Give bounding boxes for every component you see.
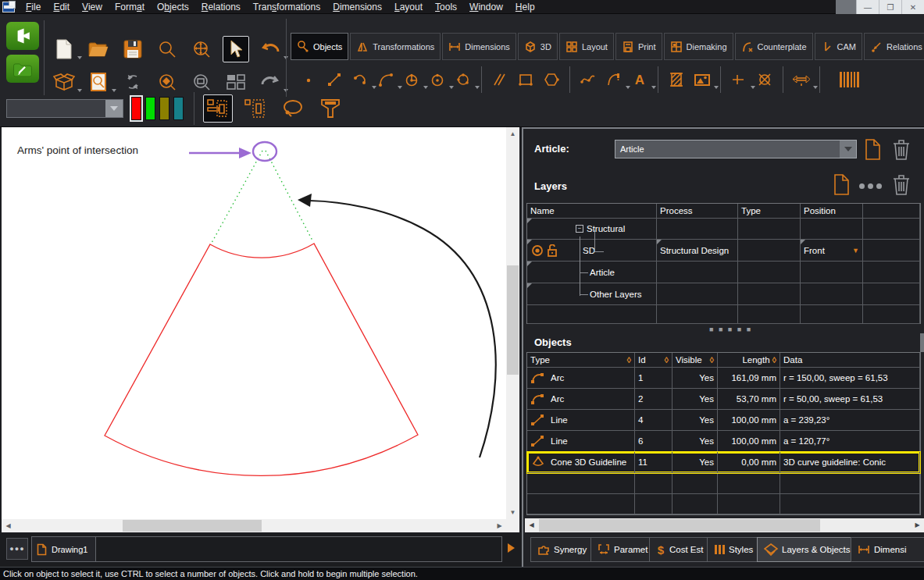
collapse-icon[interactable]: − <box>576 225 583 233</box>
position-dropdown-icon[interactable]: ▼ <box>852 247 859 254</box>
layers-col-name[interactable]: Name <box>527 204 657 219</box>
menu-view[interactable]: View <box>76 1 109 13</box>
tab-parametrics[interactable]: Paramet <box>590 537 655 562</box>
object-row-arc-1[interactable]: Arc 1 Yes 161,09 mm r = 150,00, sweep = … <box>527 368 920 389</box>
menu-edit[interactable]: Edit <box>47 1 76 13</box>
tab-cam[interactable]: CAM <box>815 33 862 60</box>
layers-col-process[interactable]: Process <box>657 204 738 219</box>
combo-dropdown-icon[interactable] <box>105 100 123 117</box>
tab-cost-estimate[interactable]: $Cost Est <box>649 537 710 562</box>
sort-icon[interactable]: ◊ <box>772 355 776 365</box>
menu-window[interactable]: Window <box>463 1 509 13</box>
menu-relations[interactable]: Relations <box>195 1 247 13</box>
select-window-mode-button[interactable] <box>241 94 270 123</box>
delete-article-button[interactable] <box>892 138 911 161</box>
menu-tools[interactable]: Tools <box>429 1 463 13</box>
menu-transformations[interactable]: Transformations <box>247 1 326 13</box>
swatch-olive[interactable] <box>159 97 169 120</box>
menu-file[interactable]: File <box>20 1 47 13</box>
tab-layout[interactable]: Layout <box>559 33 614 60</box>
panel-horizontal-scrollbar[interactable]: ◀ ▶ <box>525 518 924 532</box>
open-button[interactable] <box>85 36 112 62</box>
tab-styles[interactable]: Styles <box>707 537 760 562</box>
drawing-canvas[interactable]: Arms' point of intersection <box>2 127 506 519</box>
objects-col-type[interactable]: Type◊ <box>527 353 635 368</box>
tab-scroll-right-icon[interactable] <box>508 543 515 553</box>
menu-format[interactable]: Format <box>109 1 151 13</box>
article-select[interactable]: Article <box>615 140 857 158</box>
undo-button[interactable] <box>257 36 284 62</box>
find-button[interactable] <box>154 36 180 62</box>
save-button[interactable] <box>120 36 146 62</box>
swatch-teal[interactable] <box>173 97 184 120</box>
objects-col-visible[interactable]: Visible◊ <box>672 353 718 368</box>
horizontal-scroll-thumb[interactable] <box>123 520 262 532</box>
scroll-down-icon[interactable]: ▼ <box>506 506 519 519</box>
layers-more-button[interactable] <box>859 183 882 189</box>
lasso-select-button[interactable] <box>278 94 308 123</box>
swatch-green[interactable] <box>145 97 155 120</box>
tab-dimensions[interactable]: Dimensions <box>442 33 516 60</box>
tab-layers-objects[interactable]: Layers & Objects <box>757 537 858 562</box>
tab-counterplate[interactable]: Counterplate <box>735 33 813 60</box>
tab-dimensions-panel[interactable]: Dimensi <box>851 537 924 562</box>
object-row-arc-2[interactable]: Arc 2 Yes 53,70 mm r = 50,00, sweep = 61… <box>527 389 920 410</box>
select-tool-button[interactable] <box>223 36 249 62</box>
sort-icon[interactable]: ◊ <box>627 355 631 365</box>
tab-list-button[interactable]: ●●● <box>6 538 28 560</box>
swatch-red[interactable] <box>131 97 141 120</box>
new-document-button[interactable] <box>51 36 77 62</box>
tab-print[interactable]: Print <box>615 33 662 60</box>
panel-vertical-scroll-thumb[interactable] <box>920 333 924 352</box>
tab-3d[interactable]: 3D <box>518 33 558 60</box>
filter-button[interactable] <box>316 94 345 123</box>
sort-icon[interactable]: ◊ <box>665 355 669 365</box>
layer-row-structural[interactable]: −Structural <box>527 219 920 240</box>
scroll-right-icon[interactable]: ▶ <box>493 519 506 532</box>
menu-objects[interactable]: Objects <box>151 1 195 13</box>
layer-row-sd[interactable]: SD Structural Design Front▼ <box>527 240 920 262</box>
minimize-button[interactable]: — <box>856 0 879 14</box>
object-row-empty[interactable] <box>527 473 920 494</box>
objects-col-id[interactable]: Id◊ <box>635 353 672 368</box>
tab-synergy[interactable]: Synergy <box>530 537 594 562</box>
style-combo[interactable] <box>6 99 123 118</box>
menu-help[interactable]: Help <box>509 1 541 13</box>
layer-unlocked-icon[interactable] <box>547 244 558 257</box>
object-row-line-6[interactable]: Line 6 Yes 100,00 mm a = 120,77° <box>527 431 920 452</box>
sort-icon[interactable]: ◊ <box>710 355 714 365</box>
panel-scroll-thumb[interactable] <box>539 519 820 532</box>
objects-col-data[interactable]: Data <box>780 353 920 368</box>
layers-col-position[interactable]: Position <box>801 204 863 219</box>
layer-visible-icon[interactable] <box>531 245 544 256</box>
engview-home-button[interactable] <box>6 22 39 50</box>
menu-dimensions[interactable]: Dimensions <box>326 1 388 13</box>
delete-layer-button[interactable] <box>892 173 911 196</box>
canvas-vertical-scrollbar[interactable]: ▲ ▼ <box>506 127 519 519</box>
tab-diemaking[interactable]: Diemaking <box>664 33 733 60</box>
edit-project-button[interactable] <box>6 55 39 83</box>
close-button[interactable]: ✕ <box>901 0 924 14</box>
scroll-left-icon[interactable]: ◀ <box>2 519 15 532</box>
vertical-scroll-thumb[interactable] <box>507 265 519 375</box>
menu-layout[interactable]: Layout <box>388 1 429 13</box>
new-article-button[interactable] <box>864 138 882 161</box>
scroll-left-icon[interactable]: ◀ <box>525 518 538 532</box>
tab-relations[interactable]: Relations <box>864 33 924 60</box>
canvas-horizontal-scrollbar[interactable]: ◀ ▶ <box>2 519 506 532</box>
scroll-up-icon[interactable]: ▲ <box>506 127 519 141</box>
layer-position-select[interactable]: Front▼ <box>801 240 863 262</box>
tab-objects[interactable]: Objects <box>291 33 348 60</box>
tab-transformations[interactable]: Transformations <box>350 33 441 60</box>
object-row-cone-guideline[interactable]: Cone 3D Guideline 11 Yes 0,00 mm 3D curv… <box>527 452 920 473</box>
layer-row-empty[interactable] <box>527 305 920 324</box>
select-objects-mode-button[interactable] <box>203 94 233 123</box>
objects-col-length[interactable]: Length◊ <box>718 353 780 368</box>
restore-button[interactable]: ❐ <box>879 0 901 14</box>
document-tab-drawing1[interactable]: Drawing1 <box>32 537 96 561</box>
object-row-line-4[interactable]: Line 4 Yes 100,00 mm a = 239,23° <box>527 410 920 431</box>
layers-col-type[interactable]: Type <box>738 204 801 219</box>
zoom-all-button[interactable] <box>188 36 215 62</box>
scroll-right-icon[interactable]: ▶ <box>911 518 924 532</box>
article-dropdown-icon[interactable] <box>840 141 856 158</box>
